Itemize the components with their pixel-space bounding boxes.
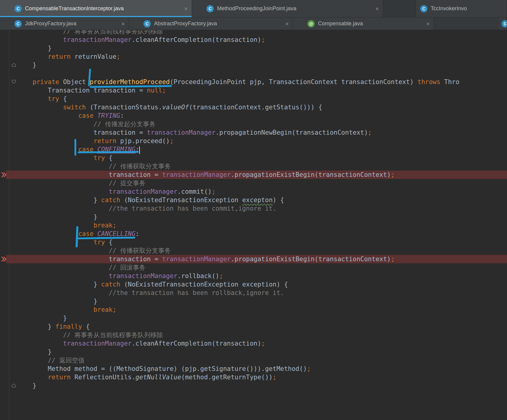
tab-close-icon[interactable]: ×: [121, 21, 125, 27]
tab-compensable-java[interactable]: @Compensable.java×: [293, 17, 434, 30]
code-line: private Object providerMethodProceed(Pro…: [0, 78, 507, 86]
tab-partial[interactable]: C: [499, 17, 507, 30]
tab-methodproceedingjoinpoint-java[interactable]: CMethodProceedingJoinPoint.java×: [192, 0, 383, 17]
tab-label: Compensable.java: [318, 20, 363, 27]
tab-compensabletransactioninterceptor-java[interactable]: CCompensableTransactionInterceptor.java×: [0, 0, 192, 17]
code-line: //the transaction has been commit,ignore…: [0, 204, 507, 213]
code-line: }: [0, 314, 507, 322]
fold-marker-icon[interactable]: [11, 383, 16, 389]
code-line: return returnValue;: [0, 52, 507, 61]
code-line: Transaction transaction = null;: [0, 86, 507, 95]
code-line: }: [0, 61, 507, 69]
change-marker-icon[interactable]: [1, 256, 7, 264]
tab-bar-row-2: CJdkProxyFactory.java×CAbstractProxyFact…: [0, 17, 507, 30]
code-area[interactable]: // 将事务从当前线程事务队列移除transactionManager.clea…: [0, 27, 507, 390]
tab-label: AbstractProxyFactory.java: [154, 20, 217, 27]
tab-jdkproxyfactory-java[interactable]: CJdkProxyFactory.java×: [0, 17, 129, 30]
annotation-file-icon: @: [307, 20, 315, 27]
code-line: transactionManager.commit();: [0, 187, 507, 196]
ide-window: // 将事务从当前线程事务队列移除transactionManager.clea…: [0, 0, 507, 420]
code-line: transactionManager.cleanAfterCompletion(…: [0, 36, 507, 44]
tab-bar-spacer: [383, 0, 416, 17]
code-line: // 提交事务: [0, 179, 507, 187]
code-line: }: [0, 213, 507, 221]
code-line: // 返回空值: [0, 356, 507, 365]
fold-marker-icon[interactable]: [11, 80, 16, 85]
code-line: break;: [0, 306, 507, 314]
class-file-icon: C: [143, 20, 151, 27]
tab-abstractproxyfactory-java[interactable]: CAbstractProxyFactory.java×: [129, 17, 293, 30]
tab-label: MethodProceedingJoinPoint.java: [217, 5, 296, 12]
code-line: transactionManager.cleanAfterCompletion(…: [0, 339, 507, 348]
change-marker-icon[interactable]: [1, 171, 7, 179]
class-file-icon: C: [14, 20, 22, 27]
code-line: transaction = transactionManager.propaga…: [0, 255, 507, 263]
fold-marker-icon[interactable]: [11, 63, 16, 68]
class-file-icon: C: [502, 20, 507, 27]
tab-close-icon[interactable]: ×: [184, 6, 188, 12]
tab-label: TccInvokerInvo: [431, 5, 467, 12]
tab-bar-filler: [434, 17, 499, 30]
tab-close-icon[interactable]: ×: [285, 21, 289, 27]
annotation-stroke-vertical-confirming: [74, 139, 76, 156]
tab-close-icon[interactable]: ×: [426, 21, 430, 27]
code-line: return ReflectionUtils.getNullValue(meth…: [0, 373, 507, 381]
code-line: }: [0, 381, 507, 390]
gutter-fold-line: [9, 27, 9, 420]
code-line: case TRYING:: [0, 111, 507, 120]
tab-close-icon[interactable]: ×: [375, 6, 379, 12]
code-line: } catch (NoExistedTransactionException e…: [0, 280, 507, 289]
code-line: // 传播获取分支事务: [0, 246, 507, 255]
code-line: }: [0, 348, 507, 356]
code-line: // 将事务从当前线程事务队列移除: [0, 331, 507, 339]
code-editor[interactable]: // 将事务从当前线程事务队列移除transactionManager.clea…: [0, 0, 507, 420]
code-line: try {: [0, 95, 507, 103]
code-line: }: [0, 297, 507, 306]
class-file-icon: C: [206, 5, 214, 12]
code-line: //the transaction has been rollback,igno…: [0, 289, 507, 297]
class-file-icon: C: [14, 5, 22, 12]
code-line: transactionManager.rollback();: [0, 272, 507, 280]
code-line: // 传播发起分支事务: [0, 120, 507, 128]
class-file-icon: C: [420, 5, 427, 12]
code-line: // 回滚事务: [0, 263, 507, 272]
code-line: transaction = transactionManager.propaga…: [0, 171, 507, 179]
code-line: switch (TransactionStatus.valueOf(transa…: [0, 103, 507, 111]
code-line: // 传播获取分支事务: [0, 162, 507, 171]
code-line: } catch (NoExistedTransactionException e…: [0, 196, 507, 204]
tab-label: JdkProxyFactory.java: [25, 20, 77, 27]
text-caret: [139, 146, 140, 154]
tab-label: CompensableTransactionInterceptor.java: [25, 5, 124, 12]
code-line: Method method = ((MethodSignature) (pjp.…: [0, 365, 507, 373]
tab-bar-row-1: CCompensableTransactionInterceptor.java×…: [0, 0, 507, 17]
tab-tccinvokerinvo[interactable]: CTccInvokerInvo: [416, 0, 507, 17]
code-line: }: [0, 44, 507, 52]
code-line: } finally {: [0, 322, 507, 331]
code-line: transaction = transactionManager.propaga…: [0, 128, 507, 137]
code-line: [0, 69, 507, 78]
